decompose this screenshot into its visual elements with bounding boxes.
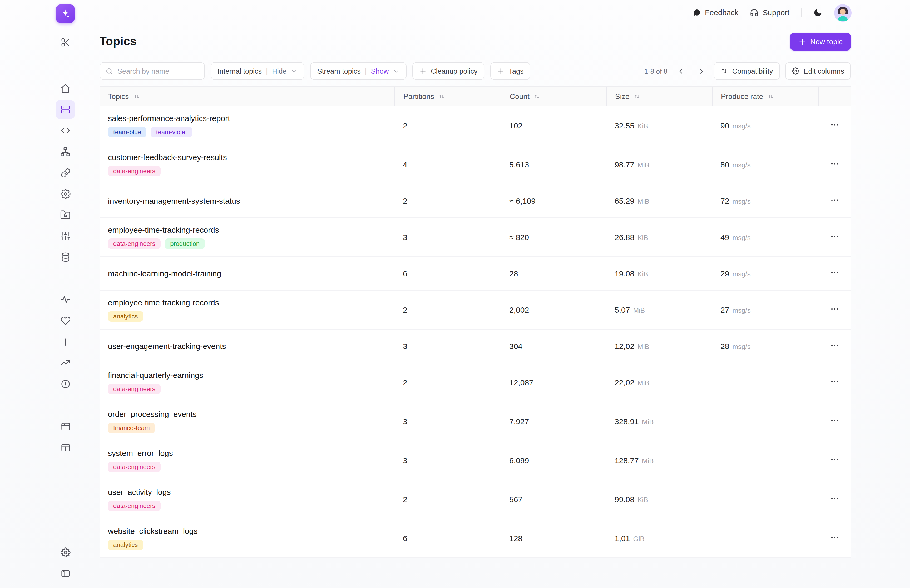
row-more-button[interactable]: [826, 530, 843, 546]
topic-name[interactable]: financial-quarterly-earnings: [108, 371, 386, 380]
sidebar-item-stats[interactable]: [56, 332, 75, 351]
column-header-count[interactable]: Count: [501, 87, 606, 106]
row-more-button[interactable]: [826, 193, 843, 209]
sidebar-collapse-toggle[interactable]: [56, 564, 75, 583]
sort-icon[interactable]: [438, 93, 445, 100]
row-more-button[interactable]: [826, 229, 843, 245]
topic-name[interactable]: employee-time-tracking-records: [108, 298, 386, 307]
topic-name[interactable]: website_clickstream_logs: [108, 527, 386, 535]
topic-name[interactable]: sales-performance-analytics-report: [108, 114, 386, 123]
size-cell: 19.08KiB: [606, 269, 712, 278]
browser-window-icon: [60, 422, 70, 431]
row-more-button[interactable]: [826, 302, 843, 318]
rate-unit: msg/s: [732, 197, 750, 205]
cleanup-policy-label: Cleanup policy: [431, 67, 477, 75]
sort-icon[interactable]: [767, 93, 774, 100]
speech-bubble-icon: [692, 8, 701, 17]
support-button[interactable]: Support: [750, 8, 789, 17]
cleanup-policy-filter[interactable]: Cleanup policy: [412, 62, 484, 80]
sidebar-item-services[interactable]: [56, 184, 75, 203]
sidebar-item-activity[interactable]: [56, 290, 75, 309]
column-header-partitions[interactable]: Partitions: [394, 87, 501, 106]
new-topic-button[interactable]: New topic: [790, 32, 851, 50]
app-logo[interactable]: [56, 4, 75, 23]
topic-name[interactable]: employee-time-tracking-records: [108, 225, 386, 234]
column-header-produce-rate[interactable]: Produce rate: [712, 87, 818, 106]
topic-name[interactable]: machine-learning-model-training: [108, 269, 386, 278]
row-more-button[interactable]: [826, 452, 843, 468]
column-header-size[interactable]: Size: [606, 87, 712, 106]
topic-name[interactable]: user-engagement-tracking-events: [108, 342, 386, 351]
topic-name[interactable]: order_processing_events: [108, 410, 386, 418]
tags-filter[interactable]: Tags: [490, 62, 530, 80]
settings-gear-icon: [60, 547, 70, 557]
count-cell: 5,613: [501, 160, 606, 169]
row-more-button[interactable]: [826, 414, 843, 429]
column-header-topics[interactable]: Topics: [100, 87, 394, 106]
topic-name[interactable]: user_activity_logs: [108, 488, 386, 496]
topic-cell: sales-performance-analytics-report team-…: [100, 106, 394, 145]
topic-name[interactable]: customer-feedback-survey-results: [108, 153, 386, 162]
sidebar-item-shortcuts[interactable]: [56, 32, 75, 52]
row-more-button[interactable]: [826, 338, 843, 354]
actions-cell: [818, 338, 851, 354]
size-unit: MiB: [637, 197, 649, 205]
sidebar-item-topics[interactable]: [56, 100, 75, 119]
next-page-button[interactable]: [694, 64, 709, 78]
previous-page-button[interactable]: [674, 64, 689, 78]
edit-columns-button[interactable]: Edit columns: [785, 62, 851, 80]
rate-value: -: [721, 378, 723, 387]
sort-icon[interactable]: [133, 93, 140, 100]
rate-value: 28: [721, 342, 729, 351]
sidebar-item-console[interactable]: [56, 417, 75, 436]
partitions-cell: 3: [394, 342, 501, 351]
sidebar-item-sitemap[interactable]: [56, 142, 75, 161]
sidebar-item-code[interactable]: [56, 121, 75, 140]
sidebar-item-acl[interactable]: [56, 205, 75, 224]
feedback-button[interactable]: Feedback: [692, 8, 738, 17]
sort-icon[interactable]: [534, 93, 541, 100]
search-input[interactable]: [118, 67, 199, 75]
sort-icon[interactable]: [634, 93, 640, 100]
rate-unit: msg/s: [732, 161, 750, 169]
chevron-right-icon: [697, 67, 705, 75]
size-unit: MiB: [642, 457, 654, 465]
table-body: sales-performance-analytics-report team-…: [100, 106, 851, 558]
sidebar-item-monitoring[interactable]: [56, 226, 75, 245]
size-value: 328,91: [614, 417, 639, 426]
search-box[interactable]: [100, 62, 205, 80]
rate-cell: -: [712, 534, 818, 543]
sidebar-item-home[interactable]: [56, 79, 75, 98]
sidebar-item-clusters[interactable]: [56, 247, 75, 267]
column-header-actions: [818, 87, 851, 106]
dark-mode-toggle[interactable]: [813, 8, 823, 17]
sidebar-item-alerts[interactable]: [56, 374, 75, 393]
rate-value: 80: [721, 160, 729, 169]
partitions-cell: 6: [394, 534, 501, 543]
sidebar-item-links[interactable]: [56, 163, 75, 182]
sitemap-icon: [60, 146, 71, 157]
compatibility-button[interactable]: Compatibility: [714, 62, 780, 80]
stream-topics-label: Stream topics: [317, 67, 361, 75]
stream-topics-filter[interactable]: Stream topics | Show: [310, 62, 407, 80]
topic-name[interactable]: inventory-management-system-status: [108, 196, 386, 205]
table-row: sales-performance-analytics-report team-…: [100, 106, 851, 145]
table-row: customer-feedback-survey-results data-en…: [100, 145, 851, 184]
row-more-button[interactable]: [826, 375, 843, 390]
row-more-button[interactable]: [826, 118, 843, 133]
row-more-button[interactable]: [826, 157, 843, 173]
size-unit: MiB: [637, 379, 649, 387]
row-more-button[interactable]: [826, 266, 843, 281]
user-avatar[interactable]: [834, 4, 852, 21]
table-row: system_error_logs data-engineers 3 6,099…: [100, 441, 851, 480]
row-more-button[interactable]: [826, 491, 843, 507]
partitions-cell: 3: [394, 233, 501, 242]
internal-topics-filter[interactable]: Internal topics | Hide: [211, 62, 305, 80]
rate-cell: -: [712, 417, 818, 426]
sidebar-item-settings[interactable]: [56, 543, 75, 562]
sidebar-item-tables[interactable]: [56, 438, 75, 457]
topic-tags: data-engineersproduction: [108, 239, 386, 249]
sidebar-item-health[interactable]: [56, 311, 75, 330]
topic-name[interactable]: system_error_logs: [108, 449, 386, 457]
sidebar-item-trends[interactable]: [56, 353, 75, 372]
